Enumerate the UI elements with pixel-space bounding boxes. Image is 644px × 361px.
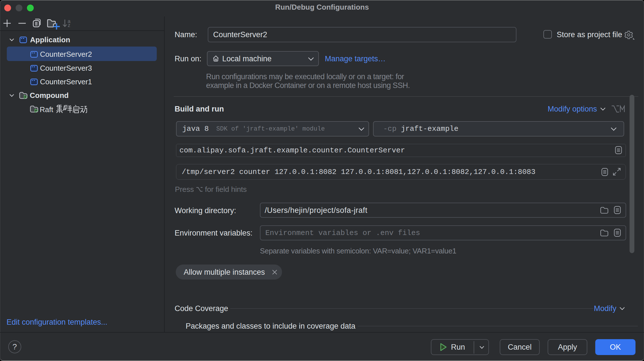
svg-text:z: z [68, 22, 70, 28]
